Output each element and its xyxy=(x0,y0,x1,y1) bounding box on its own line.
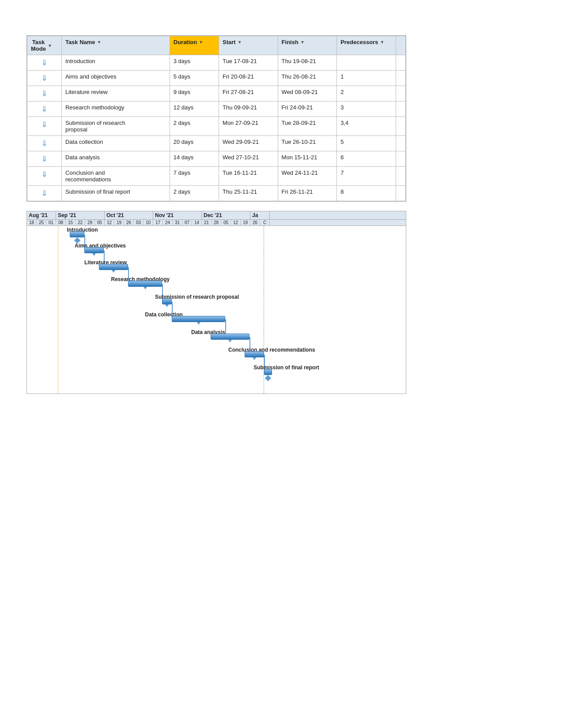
task-duration-cell: 12 days xyxy=(170,101,219,117)
gantt-connector-arrow xyxy=(92,253,96,256)
gantt-week-cell: 07 xyxy=(182,220,192,225)
gantt-connector-vertical xyxy=(225,319,226,335)
gantt-week-cell: 12 xyxy=(105,220,114,225)
gantt-week-cell: 31 xyxy=(173,220,182,225)
gantt-connector-arrow xyxy=(253,357,256,360)
sort-arrow-mode: ▼ xyxy=(48,43,52,48)
task-extra-cell xyxy=(396,136,405,151)
task-mode-icon: ⇓ xyxy=(41,139,48,148)
gantt-week-cell: 18 xyxy=(27,220,37,225)
gantt-month-cell: Sep '21 xyxy=(56,211,105,219)
task-start-cell: Thu 25-11-21 xyxy=(219,186,278,201)
task-mode-cell: ⇓ xyxy=(27,55,62,71)
task-start-cell: Fri 20-08-21 xyxy=(219,71,278,86)
task-start-cell: Fri 27-08-21 xyxy=(219,86,278,101)
gantt-connector-arrow xyxy=(197,322,200,325)
page: TaskMode ▼ Task Name ▼ Duration ▼ xyxy=(0,0,563,429)
task-start-cell: Mon 27-09-21 xyxy=(219,117,278,136)
task-name-cell: Research methodology xyxy=(61,101,170,117)
task-extra-cell xyxy=(396,86,405,101)
task-mode-icon: ⇓ xyxy=(41,170,48,179)
task-duration-cell: 9 days xyxy=(170,86,219,101)
task-finish-cell: Fri 24-09-21 xyxy=(278,101,337,117)
gantt-connector-arrow xyxy=(165,304,169,307)
gantt-week-row: 1825010815222905121926031017243107142128… xyxy=(27,220,406,226)
gantt-week-cell: 14 xyxy=(192,220,202,225)
table-row: ⇓Submission of final report2 daysThu 25-… xyxy=(27,186,406,201)
gantt-week-cell: C xyxy=(260,220,270,225)
gantt-week-cell: 15 xyxy=(66,220,76,225)
task-pred-cell: 7 xyxy=(337,167,396,186)
task-extra-cell xyxy=(396,71,405,86)
gantt-bar xyxy=(264,369,272,375)
task-finish-cell: Mon 15-11-21 xyxy=(278,151,337,167)
task-mode-cell: ⇓ xyxy=(27,167,62,186)
task-duration-cell: 3 days xyxy=(170,55,219,71)
col-task-mode[interactable]: TaskMode ▼ xyxy=(27,36,62,55)
table-row: ⇓Introduction3 daysTue 17-08-21Thu 19-08… xyxy=(27,55,406,71)
task-name-cell: Data analysis xyxy=(61,151,170,167)
task-pred-cell: 6 xyxy=(337,151,396,167)
gantt-connector-arrow xyxy=(144,287,147,289)
gantt-bar xyxy=(211,334,249,340)
task-name-cell: Data collection xyxy=(61,136,170,151)
task-name-cell: Conclusion andrecommendations xyxy=(61,167,170,186)
gantt-week-cell: 19 xyxy=(114,220,124,225)
col-finish[interactable]: Finish ▼ xyxy=(278,36,337,55)
col-task-name[interactable]: Task Name ▼ xyxy=(61,36,170,55)
task-mode-icon: ⇓ xyxy=(41,89,48,98)
task-mode-icon: ⇓ xyxy=(41,189,48,198)
gantt-task-label: Conclusion and recommendations xyxy=(228,347,315,353)
task-duration-cell: 20 days xyxy=(170,136,219,151)
gantt-week-cell: 17 xyxy=(153,220,163,225)
col-predecessors[interactable]: Predecessors ▼ xyxy=(337,36,396,55)
gantt-body: IntroductionAims and objectivesLiteratur… xyxy=(27,226,406,394)
task-mode-icon: ⇓ xyxy=(41,74,48,83)
gantt-week-cell: 24 xyxy=(163,220,173,225)
gantt-week-cell: 10 xyxy=(144,220,153,225)
task-duration-cell: 2 days xyxy=(170,186,219,201)
task-start-cell: Tue 17-08-21 xyxy=(219,55,278,71)
col-start-label: Start xyxy=(223,39,236,45)
col-extra xyxy=(396,36,405,55)
gantt-week-cell: 29 xyxy=(85,220,95,225)
sort-arrow-start: ▼ xyxy=(238,40,242,45)
task-start-cell: Wed 27-10-21 xyxy=(219,151,278,167)
gantt-connector-arrow xyxy=(112,270,115,273)
task-pred-cell: 2 xyxy=(337,86,396,101)
task-mode-cell: ⇓ xyxy=(27,86,62,101)
task-finish-cell: Thu 19-08-21 xyxy=(278,55,337,71)
col-predecessors-label: Predecessors xyxy=(340,39,378,45)
gantt-month-cell: Aug '21 xyxy=(27,211,56,219)
gantt-bar xyxy=(99,264,128,270)
task-duration-cell: 5 days xyxy=(170,71,219,86)
task-mode-icon: ⇓ xyxy=(41,120,48,129)
col-start[interactable]: Start ▼ xyxy=(219,36,278,55)
gantt-week-cell: 12 xyxy=(231,220,241,225)
task-extra-cell xyxy=(396,55,405,71)
task-name-cell: Introduction xyxy=(61,55,170,71)
gantt-task-label: Submission of final report xyxy=(253,364,319,371)
task-name-cell: Literature review xyxy=(61,86,170,101)
gantt-bar xyxy=(70,231,84,237)
gantt-month-cell: Dec '21 xyxy=(202,211,250,219)
gantt-week-cell: 26 xyxy=(250,220,260,225)
gantt-current-date-line xyxy=(58,226,58,394)
sort-arrow-name: ▼ xyxy=(97,40,102,45)
gantt-month-cell: Oct '21 xyxy=(105,211,153,219)
task-name-cell: Submission of researchproposal xyxy=(61,117,170,136)
col-duration[interactable]: Duration ▼ xyxy=(170,36,219,55)
gantt-week-cell: 19 xyxy=(241,220,250,225)
task-pred-cell xyxy=(337,55,396,71)
task-mode-icon: ⇓ xyxy=(41,154,48,163)
task-duration-cell: 14 days xyxy=(170,151,219,167)
task-duration-cell: 7 days xyxy=(170,167,219,186)
task-mode-cell: ⇓ xyxy=(27,101,62,117)
gantt-week-cell: 08 xyxy=(56,220,66,225)
task-finish-cell: Tue 28-09-21 xyxy=(278,117,337,136)
table-row: ⇓Conclusion andrecommendations7 daysTue … xyxy=(27,167,406,186)
task-pred-cell: 3,4 xyxy=(337,117,396,136)
gantt-month-cell: Nov '21 xyxy=(153,211,202,219)
gantt-week-cell: 03 xyxy=(134,220,144,225)
task-mode-cell: ⇓ xyxy=(27,117,62,136)
